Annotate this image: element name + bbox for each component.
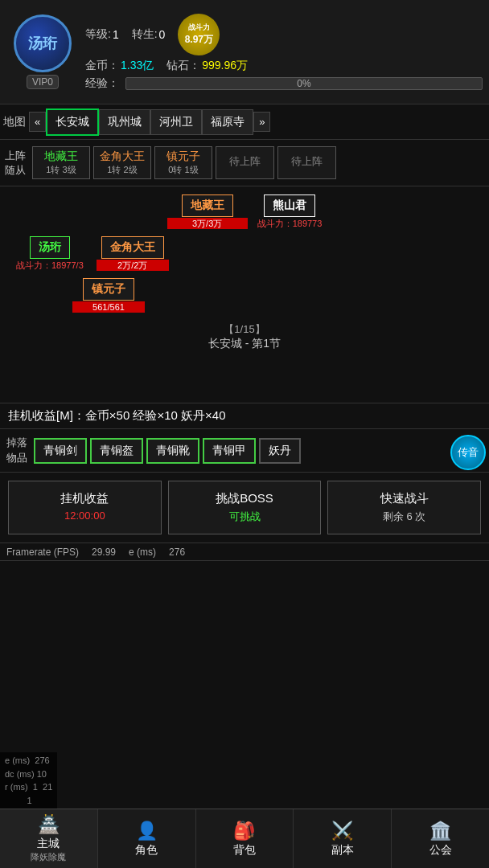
nav-item-character[interactable]: 👤 角色 [98,809,196,868]
formation-slot-3[interactable]: 待上阵 [216,146,274,179]
map-prev-btn[interactable]: « [29,112,46,132]
battle-progress: 【1/15】 [224,322,265,337]
battle-area: 地藏王 3万/3万 熊山君 战斗力：189773 汤珩 战斗力：18977/3 … [0,186,489,403]
enemy-row: 地藏王 3万/3万 熊山君 战斗力：189773 [167,194,323,230]
ally1-hp-text: 2万/2万 [97,260,169,271]
map-label: 地图 [3,115,26,129]
enemy2-name: 熊山君 [264,194,315,217]
level-value: 1 [113,28,119,41]
enemy2-card: 熊山君 战斗力：189773 [257,194,323,230]
ally1-hp-bar: 2万/2万 [97,260,169,271]
ally1-card: 金角大王 2万/2万 [97,236,169,271]
enemy-hp-bar: 3万/3万 [167,218,248,229]
nav-item-home[interactable]: 🏯 主城 降妖除魔 [0,809,98,868]
ally2-name: 镇元子 [83,278,134,301]
level-stat: 等级: 1 [85,27,119,42]
enemy2-battle-power: 战斗力：189773 [257,218,323,230]
drop-item-4[interactable]: 妖丹 [259,438,301,464]
action-btn-1-sub: 可挑战 [172,510,318,524]
ally2-card: 镇元子 561/561 [72,278,145,313]
formation-slots: 地藏王 1转 3级 金角大王 1转 2级 镇元子 0转 1级 待上阵 待上阵 [32,146,484,179]
action-btn-2-sub: 剩余 6 次 [331,510,477,524]
nav-label-bag: 背包 [233,843,256,858]
avatar[interactable]: 汤珩 [14,14,72,72]
avatar-name: 汤珩 [28,34,57,53]
action-btn-0-sub: 12:00:00 [12,510,158,522]
nav-label-guild: 公会 [429,843,452,858]
ally2-hp-bar: 561/561 [72,301,145,313]
formation-labels: 上阵 随从 [5,149,26,178]
exp-label: 经验： [85,76,119,91]
e-ms-label: e (ms) [129,547,156,558]
drops-row: 掉落 物品 青铜剑 青铜盔 青铜靴 青铜甲 妖丹 传音 [0,429,489,473]
exp-percent: 0% [126,78,482,89]
idle-income-label: 挂机收益[M]：金币×50 经验×10 妖丹×40 [8,408,226,422]
exp-row: 经验： 0% [85,76,483,91]
gold-value: 1.33亿 [121,59,154,73]
formation-slot-4[interactable]: 待上阵 [277,146,336,179]
idle-income-bar: 挂机收益[M]：金币×50 经验×10 妖丹×40 [0,403,489,429]
character-icon: 👤 [136,821,158,841]
bottom-nav: 🏯 主城 降妖除魔 👤 角色 🎒 背包 ⚔️ 副本 🏛️ 公会 [0,809,489,868]
nav-label-home: 主城 [37,837,60,851]
drop-item-1[interactable]: 青铜盔 [90,438,143,464]
formation-row: 上阵 随从 地藏王 1转 3级 金角大王 1转 2级 镇元子 0转 1级 待上阵… [0,140,489,186]
map-tab-2[interactable]: 河州卫 [150,109,202,135]
action-btn-1[interactable]: 挑战BOSS 可挑战 [168,481,322,534]
nav-item-dungeon[interactable]: ⚔️ 副本 [294,809,392,868]
action-btn-0[interactable]: 挂机收益 12:00:00 [8,481,162,534]
enemy-hp-text: 3万/3万 [167,218,248,229]
map-tab-0[interactable]: 长安城 [46,108,99,136]
top-header: 汤珩 VIP0 等级: 1 转生: 0 战斗力 8.97万 金币： 1.33亿 [0,0,489,104]
stats-area: 等级: 1 转生: 0 战斗力 8.97万 金币： 1.33亿 钻石： 999.… [79,14,483,91]
formation-slot-0[interactable]: 地藏王 1转 3级 [32,146,90,179]
map-tab-1[interactable]: 巩州城 [99,109,150,135]
e-ms-value: 276 [169,547,185,558]
framerate-row: Framerate (FPS) 29.99 e (ms) 276 [0,543,489,561]
avatar-area: 汤珩 VIP0 [6,8,79,96]
drops-label: 掉落 物品 [6,436,27,465]
nav-label-character: 角色 [135,843,158,858]
fps-label: Framerate (FPS) [6,547,79,558]
rebirth-stat: 转生: 0 [132,27,166,42]
home-icon: 🏯 [38,814,60,835]
nav-sub-home: 降妖除魔 [31,851,66,863]
drop-item-2[interactable]: 青铜靴 [146,438,199,464]
enemy-card: 地藏王 3万/3万 [167,194,248,229]
player-name: 汤珩 [30,236,70,259]
nav-item-bag[interactable]: 🎒 背包 [196,809,294,868]
dungeon-icon: ⚔️ [331,821,353,841]
nav-label-dungeon: 副本 [331,843,354,858]
ally1-name: 金角大王 [101,236,164,259]
formation-slot-2[interactable]: 镇元子 0转 1级 [154,146,212,179]
drop-item-0[interactable]: 青铜剑 [34,438,87,464]
action-buttons: 挂机收益 12:00:00 挑战BOSS 可挑战 快速战斗 剩余 6 次 [0,473,489,543]
battle-power-value: 8.97万 [185,33,213,47]
bag-icon: 🎒 [233,821,255,841]
player-battle-power: 战斗力：18977/3 [16,260,84,272]
drops-items: 青铜剑 青铜盔 青铜靴 青铜甲 妖丹 [34,438,483,464]
player-row: 汤珩 战斗力：18977/3 金角大王 2万/2万 [16,236,169,272]
vip-badge: VIP0 [27,75,59,89]
ally2-hp-text: 561/561 [72,301,145,313]
player-card: 汤珩 战斗力：18977/3 [16,236,84,272]
map-row: 地图 « 长安城 巩州城 河州卫 福原寺 » [0,104,489,140]
guild-icon: 🏛️ [429,821,451,841]
map-next-btn[interactable]: » [253,112,270,132]
battle-power-box: 战斗力 8.97万 [178,14,220,55]
diamond-value: 999.96万 [202,59,248,73]
formation-slot-1[interactable]: 金角大王 1转 2级 [93,146,151,179]
enemy-name: 地藏王 [182,194,233,217]
chuanyin-button[interactable]: 传音 [450,435,486,470]
gold-stat: 金币： 1.33亿 [85,59,154,73]
drop-item-3[interactable]: 青铜甲 [203,438,256,464]
battle-power-label: 战斗力 [188,23,210,33]
nav-item-guild[interactable]: 🏛️ 公会 [392,809,489,868]
ally2-row: 镇元子 561/561 [72,278,145,313]
diamond-stat: 钻石： 999.96万 [166,59,248,73]
action-btn-2[interactable]: 快速战斗 剩余 6 次 [327,481,481,534]
fps-value: 29.99 [92,547,116,558]
map-tab-3[interactable]: 福原寺 [202,109,253,135]
battle-location: 长安城 - 第1节 [208,337,281,351]
rebirth-value: 0 [159,28,166,41]
